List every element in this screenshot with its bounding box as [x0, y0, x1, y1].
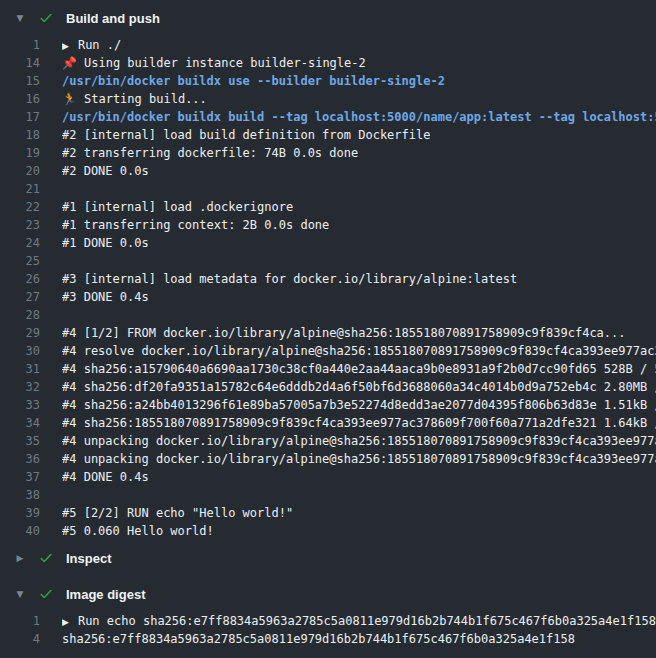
log-line: 18#2 [internal] load build definition fr… — [0, 126, 656, 144]
log-line: 20#2 DONE 0.0s — [0, 162, 656, 180]
log-line: 4sha256:e7ff8834a5963a2785c5a0811e979d16… — [0, 630, 656, 648]
log-line: 31#4 sha256:a15790640a6690aa1730c38cf0a4… — [0, 360, 656, 378]
log-line: 27#3 DONE 0.4s — [0, 288, 656, 306]
line-number[interactable]: 19 — [0, 144, 40, 162]
line-number[interactable]: 1 — [0, 612, 40, 630]
log-text: #4 sha256:df20fa9351a15782c64e6dddb2d4a6… — [62, 380, 656, 394]
log-line-text: #5 [2/2] RUN echo "Hello world!" — [62, 504, 293, 522]
log-text: #4 unpacking docker.io/library/alpine@sh… — [62, 434, 656, 448]
line-number[interactable]: 40 — [0, 522, 40, 540]
line-number[interactable]: 39 — [0, 504, 40, 522]
log-line: 30#4 resolve docker.io/library/alpine@sh… — [0, 342, 656, 360]
chevron-down-icon[interactable]: ▼ — [15, 13, 25, 23]
log-line: 21 — [0, 180, 656, 198]
check-icon — [38, 551, 53, 566]
line-number[interactable]: 21 — [0, 180, 40, 198]
log-text: sha256:e7ff8834a5963a2785c5a0811e979d16b… — [62, 632, 575, 646]
line-number[interactable]: 32 — [0, 378, 40, 396]
log-line: 25 — [0, 252, 656, 270]
log-text: #2 [internal] load build definition from… — [62, 128, 430, 142]
log-text: #2 transferring dockerfile: 74B 0.0s don… — [62, 146, 358, 160]
line-number[interactable]: 4 — [0, 630, 40, 648]
run-group-line: ▶Run ./ — [62, 36, 121, 54]
workflow-log-viewer: ▼Build and push1▶Run ./14📌Using builder … — [0, 0, 656, 658]
line-number[interactable]: 33 — [0, 396, 40, 414]
section-label: Inspect — [66, 551, 112, 566]
line-number[interactable]: 27 — [0, 288, 40, 306]
log-line: 29#4 [1/2] FROM docker.io/library/alpine… — [0, 324, 656, 342]
log-text: #1 transferring context: 2B 0.0s done — [62, 218, 329, 232]
line-number[interactable]: 18 — [0, 126, 40, 144]
log-line: 37#4 DONE 0.4s — [0, 468, 656, 486]
line-number[interactable]: 37 — [0, 468, 40, 486]
line-number[interactable]: 1 — [0, 36, 40, 54]
log-line-text: #1 transferring context: 2B 0.0s done — [62, 216, 329, 234]
line-number[interactable]: 24 — [0, 234, 40, 252]
log-text: #2 DONE 0.0s — [62, 164, 149, 178]
log-text: #1 DONE 0.0s — [62, 236, 149, 250]
section-header-build-and-push[interactable]: ▼Build and push — [0, 0, 656, 36]
log-line: 22#1 [internal] load .dockerignore — [0, 198, 656, 216]
log-line-text: 🏃Starting build... — [62, 90, 207, 108]
line-number[interactable]: 15 — [0, 72, 40, 90]
log-line-text: #4 sha256:df20fa9351a15782c64e6dddb2d4a6… — [62, 378, 656, 396]
log-line: 36#4 unpacking docker.io/library/alpine@… — [0, 450, 656, 468]
check-icon — [38, 587, 53, 602]
line-number[interactable]: 35 — [0, 432, 40, 450]
line-number[interactable]: 30 — [0, 342, 40, 360]
chevron-down-icon[interactable]: ▼ — [15, 589, 25, 599]
line-number[interactable]: 31 — [0, 360, 40, 378]
log-text: #4 DONE 0.4s — [62, 470, 149, 484]
log-line: 32#4 sha256:df20fa9351a15782c64e6dddb2d4… — [0, 378, 656, 396]
log-line: 26#3 [internal] load metadata for docker… — [0, 270, 656, 288]
line-number[interactable]: 38 — [0, 486, 40, 504]
line-number[interactable]: 25 — [0, 252, 40, 270]
log-line: 16🏃Starting build... — [0, 90, 656, 108]
log-line: 38 — [0, 486, 656, 504]
log-line-text: #4 unpacking docker.io/library/alpine@sh… — [62, 432, 656, 450]
line-number[interactable]: 17 — [0, 108, 40, 126]
log-line-text: #2 [internal] load build definition from… — [62, 126, 430, 144]
line-number[interactable]: 16 — [0, 90, 40, 108]
log-line: 19#2 transferring dockerfile: 74B 0.0s d… — [0, 144, 656, 162]
log-text: #1 [internal] load .dockerignore — [62, 200, 293, 214]
log-line: 39#5 [2/2] RUN echo "Hello world!" — [0, 504, 656, 522]
log-line-text: #5 0.060 Hello world! — [62, 522, 214, 540]
log-text: Run echo sha256:e7ff8834a5963a2785c5a081… — [78, 614, 656, 628]
play-triangle-icon[interactable]: ▶ — [62, 37, 69, 55]
section-header-image-digest[interactable]: ▼Image digest — [0, 576, 656, 612]
section-header-inspect[interactable]: ▶Inspect — [0, 540, 656, 576]
line-number[interactable]: 29 — [0, 324, 40, 342]
play-triangle-icon[interactable]: ▶ — [62, 613, 69, 631]
log-line[interactable]: 1▶Run ./ — [0, 36, 656, 54]
log-line-text: #4 [1/2] FROM docker.io/library/alpine@s… — [62, 324, 626, 342]
log-line-text: #4 resolve docker.io/library/alpine@sha2… — [62, 342, 656, 360]
log-line[interactable]: 1▶Run echo sha256:e7ff8834a5963a2785c5a0… — [0, 612, 656, 630]
pushpin-emoji: 📌 — [62, 56, 77, 70]
log-text: /usr/bin/docker buildx use --builder bui… — [62, 74, 445, 88]
log-line-text: sha256:e7ff8834a5963a2785c5a0811e979d16b… — [62, 630, 575, 648]
line-number[interactable]: 36 — [0, 450, 40, 468]
log-text: #4 unpacking docker.io/library/alpine@sh… — [62, 452, 656, 466]
log-line-text: /usr/bin/docker buildx use --builder bui… — [62, 72, 445, 90]
log-line-text: #4 sha256:a15790640a6690aa1730c38cf0a440… — [62, 360, 656, 378]
line-number[interactable]: 14 — [0, 54, 40, 72]
section-lines-image-digest: 1▶Run echo sha256:e7ff8834a5963a2785c5a0… — [0, 612, 656, 648]
line-number[interactable]: 23 — [0, 216, 40, 234]
section-label: Build and push — [66, 11, 160, 26]
line-number[interactable]: 20 — [0, 162, 40, 180]
log-text: #4 sha256:a24bb4013296f61e89ba57005a7b3e… — [62, 398, 656, 412]
log-text: Run ./ — [78, 38, 121, 52]
line-number[interactable]: 28 — [0, 306, 40, 324]
log-line-text: #3 DONE 0.4s — [62, 288, 149, 306]
line-number[interactable]: 22 — [0, 198, 40, 216]
log-text: #4 [1/2] FROM docker.io/library/alpine@s… — [62, 326, 626, 340]
log-line-text: 📌Using builder instance builder-single-2 — [62, 54, 366, 72]
log-line-text: /usr/bin/docker buildx build --tag local… — [62, 108, 656, 126]
log-line-text: #1 [internal] load .dockerignore — [62, 198, 293, 216]
line-number[interactable]: 34 — [0, 414, 40, 432]
check-icon — [38, 11, 53, 26]
chevron-right-icon[interactable]: ▶ — [15, 553, 25, 563]
line-number[interactable]: 26 — [0, 270, 40, 288]
log-line: 34#4 sha256:185518070891758909c9f839cf4c… — [0, 414, 656, 432]
